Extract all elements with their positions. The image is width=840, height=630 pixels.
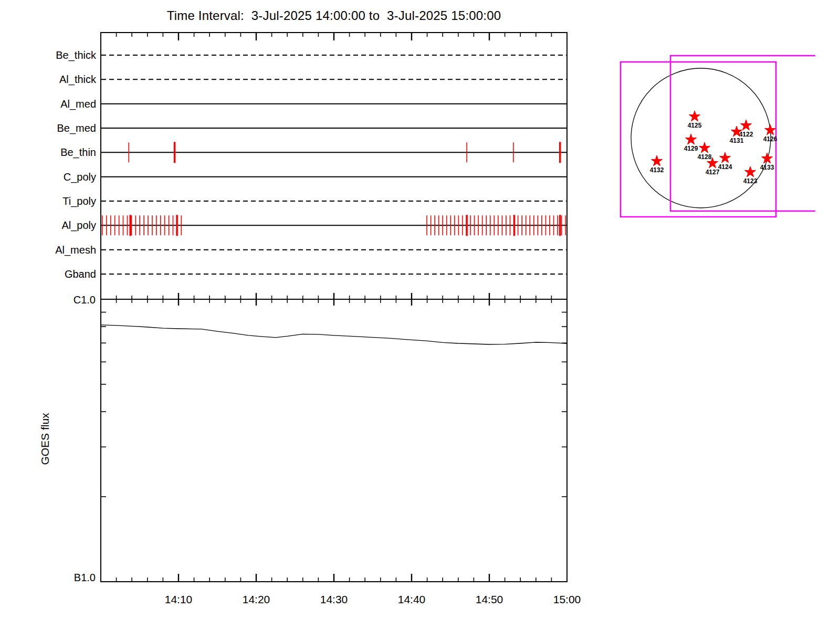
active-region-label: 4125 — [688, 122, 702, 129]
y-top-label: C1.0 — [74, 294, 96, 306]
active-region-star — [652, 155, 663, 166]
screenshot-canvas: Be_thickAl_thickAl_medBe_medBe_thinC_pol… — [0, 0, 840, 630]
channel-label: C_poly — [64, 171, 96, 183]
channel-label: Be_thick — [56, 49, 97, 61]
fov-rect-0 — [621, 62, 776, 217]
goes-curve — [101, 325, 567, 344]
channel-label: Al_med — [60, 98, 96, 110]
y-bottom-label: B1.0 — [74, 572, 96, 583]
x-tick-label: 14:50 — [476, 593, 503, 605]
x-tick-label: 14:20 — [243, 593, 270, 605]
channel-label: Al_poly — [61, 219, 96, 232]
goes-panel-frame — [101, 299, 567, 582]
solar-disk — [631, 68, 771, 208]
x-tick-label: 14:30 — [320, 593, 348, 605]
goes-ylabel: GOES flux — [39, 413, 51, 465]
channel-label: Be_med — [57, 122, 97, 134]
active-region-star — [699, 142, 710, 153]
channel-label: Ti_poly — [62, 195, 96, 207]
page-title: Time Interval: 3-Jul-2025 14:00:00 to 3-… — [101, 8, 567, 23]
x-tick-label: 14:40 — [398, 593, 426, 605]
active-region-star — [745, 166, 756, 177]
active-region-star — [720, 152, 731, 163]
active-region-star — [686, 134, 697, 144]
x-tick-label: 14:10 — [165, 593, 193, 605]
active-region-label: 4131 — [730, 137, 744, 144]
channel-label: Gband — [65, 268, 96, 280]
active-region-star — [689, 111, 700, 121]
active-region-star — [762, 153, 773, 163]
active-region-label: 4124 — [718, 163, 732, 171]
active-region-label: 4126 — [763, 135, 778, 143]
channel-label: Be_thin — [60, 146, 96, 159]
active-region-star — [741, 120, 752, 130]
active-region-label: 4132 — [650, 166, 664, 174]
active-region-label: 4123 — [743, 177, 758, 185]
active-region-label: 4128 — [698, 153, 712, 161]
active-region-label: 4133 — [760, 164, 774, 171]
active-region-star — [765, 124, 776, 135]
plot-svg: Be_thickAl_thickAl_medBe_medBe_thinC_pol… — [0, 0, 840, 630]
channel-label: Al_thick — [59, 74, 97, 86]
x-tick-label: 15:00 — [553, 593, 581, 605]
active-region-label: 4127 — [706, 169, 720, 176]
upper-panel-frame — [101, 33, 567, 299]
active-region-label: 4129 — [684, 145, 698, 152]
channel-label: Al_mesh — [55, 244, 96, 256]
